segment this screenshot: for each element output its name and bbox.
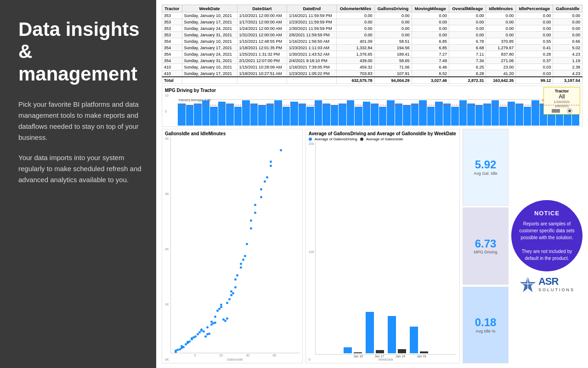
bar-item [459, 100, 467, 126]
left-paragraph-2: Your data imports into your system regul… [18, 152, 142, 185]
bar2-item [366, 312, 384, 353]
bar2-bar-gallons-idle [420, 351, 428, 354]
scatter-dot [212, 322, 215, 324]
bar-item [274, 100, 282, 126]
data-table-wrapper: Tractor WeekDate DateStart DateEnd Odome… [162, 5, 582, 84]
legend-dot-2 [360, 138, 363, 141]
bar-item [210, 107, 218, 126]
kpi-section: 5.92 Avg Gal. Idle 6.73 MPG Driving 0.18… [463, 129, 509, 363]
col-dateend: DateEnd [287, 5, 336, 12]
bar-item [242, 100, 250, 126]
scatter-dot [270, 161, 272, 163]
scatter-dot [240, 266, 242, 269]
scatter-dot [191, 338, 193, 340]
bar-item [266, 104, 274, 126]
asr-brand-sub: SOLUTIONS [538, 288, 575, 292]
col-moving-mileage: MovingMileage [412, 5, 449, 12]
col-weekdate: WeekDate [182, 5, 237, 12]
table-row: 354Sunday, January 10, 20211/15/2021 12:… [162, 38, 582, 45]
table-row: 354Sunday, January 31, 20212/1/2021 12:0… [162, 58, 582, 64]
kpi-label-1: Avg Gal. Idle [474, 171, 497, 176]
bar-item [379, 107, 387, 126]
bar-item [322, 104, 330, 126]
scatter-dot [203, 330, 205, 333]
scatter-dot [244, 255, 246, 257]
scatter-dot [250, 227, 252, 230]
bar2-title: Average of GallonsDriving and Average of… [309, 131, 457, 136]
bar-item [467, 104, 475, 126]
scatter-dot [234, 286, 237, 288]
bar-item [427, 107, 435, 126]
bar2-section: Average of GallonsDriving and Average of… [305, 129, 460, 363]
kpi-value-3: 0.18 [475, 316, 497, 328]
scatter-dot [240, 263, 242, 265]
kpi-card-3: 0.18 Avg Idle % [463, 287, 509, 363]
left-paragraph-1: Pick your favorite BI platforms and data… [18, 99, 142, 143]
scatter-dot [210, 321, 213, 323]
bar-chart-title: MPG Driving by Tractor [165, 88, 579, 93]
scatter-dot [208, 333, 210, 335]
scatter-x-label: GallonsIdle [170, 358, 300, 361]
bar-item [306, 107, 314, 126]
scatter-dot [204, 335, 207, 338]
scatter-dot [232, 292, 234, 294]
table-row: 353Sunday, January 24, 20211/24/2021 12:… [162, 25, 582, 32]
col-odometer: OdometerMiles [337, 5, 374, 12]
kpi-label-2: MPG Driving [474, 250, 497, 254]
table-row: 410Sunday, January 10, 20211/15/2021 10:… [162, 64, 582, 70]
legend-dot-1 [309, 138, 312, 141]
bar2-bar-gallons-driving [344, 347, 352, 354]
table-row: 410Sunday, January 17, 20211/18/2021 10:… [162, 70, 582, 77]
scatter-dot [220, 304, 222, 306]
col-gallons-idle: GallonsIdle [553, 5, 582, 12]
filter-value: All [559, 93, 565, 100]
bar2-item [388, 316, 406, 353]
scatter-dot [236, 274, 238, 276]
notice-body: Reports are samples of customer specific… [518, 220, 576, 262]
kpi-value-1: 5.92 [475, 159, 497, 171]
legend-label-2: Average of GallonsIdle [366, 137, 403, 141]
kpi-label-3: Avg Idle % [476, 329, 496, 334]
bar-chart-section: MPG Driving by Tractor 10 5 Average MPG … [162, 86, 582, 127]
bar-item [515, 104, 523, 126]
bar2-x-axis-label: WeekDate [315, 358, 457, 361]
bar2-bar-gallons-idle [376, 350, 384, 353]
table-total-row: Total632,575.7894,004.293,027.462,872.31… [162, 77, 582, 84]
charts-area: MPG Driving by Tractor 10 5 Average MPG … [162, 86, 582, 363]
bar-item [258, 105, 266, 126]
bar-item [475, 105, 483, 126]
table-row: 354Sunday, January 24, 20211/25/2021 1:3… [162, 51, 582, 58]
data-table: Tractor WeekDate DateStart DateEnd Odome… [162, 5, 582, 84]
bar-item [234, 107, 242, 126]
scatter-y-labels: 4K3K2K1K0K [165, 137, 169, 361]
bar2-y-labels: 2001000 [309, 142, 314, 361]
scatter-dot [280, 149, 282, 151]
bar2-bar-gallons-idle [354, 352, 362, 353]
bar-item [202, 100, 210, 126]
scatter-dot [216, 310, 219, 312]
col-idle-pct: IdlePercentage [516, 5, 553, 12]
bar-item [355, 107, 362, 126]
bar2-legend: Average of GallonsDriving Average of Gal… [309, 137, 457, 141]
bar-item [499, 107, 507, 126]
bar-item [331, 105, 339, 126]
bar-item [226, 104, 234, 126]
bar2-bar-gallons-driving [366, 312, 374, 353]
kpi-card-2: 6.73 MPG Driving [463, 207, 509, 284]
scatter-dot [230, 294, 232, 296]
scatter-dot [266, 176, 268, 178]
scatter-dot [214, 322, 216, 324]
scatter-dot [260, 188, 262, 190]
notice-title: NOTICE [534, 210, 560, 217]
col-gallons-driving: GallonsDriving [374, 5, 412, 12]
bar-item [299, 104, 306, 126]
scatter-dot [228, 298, 231, 300]
bar-item [347, 100, 355, 126]
col-datestart: DateStart [237, 5, 287, 12]
table-row: 353Sunday, January 17, 20211/17/2021 12:… [162, 19, 582, 25]
industry-avg-label: Industry Average: 7.50 [179, 98, 211, 102]
col-overall-mileage: OverallMileage [449, 5, 486, 12]
scatter-dot [234, 278, 237, 281]
scatter-dot [222, 318, 225, 321]
tractor-filter[interactable]: Tractor All 1/10/2021 2/6/2021 [543, 87, 580, 115]
